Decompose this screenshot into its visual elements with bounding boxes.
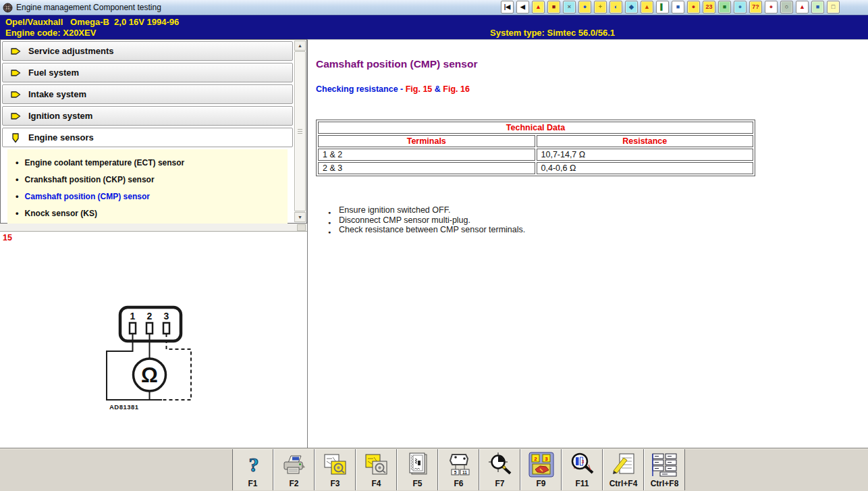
toolbar-f7-button[interactable]: F7 (479, 449, 520, 490)
printer-icon (281, 449, 307, 479)
key-icon-glyph: + (599, 4, 602, 10)
gauge-icon-glyph: ○ (785, 4, 788, 10)
mouse-icon[interactable]: ● (734, 1, 747, 14)
tools-icon-glyph: ◆ (629, 4, 634, 10)
sidebar-section-service-adjustments[interactable]: Service adjustments (2, 41, 293, 61)
figure-panel: 15 1 2 3 Ω AD81381 (0, 232, 307, 448)
instruction-item: Disconnect CMP sensor multi-plug. (327, 216, 525, 226)
crane-icon[interactable]: ▲ (641, 1, 653, 14)
wheel-icon[interactable]: ◐ (609, 1, 622, 14)
pin-1-label: 1 (130, 311, 136, 321)
sidebar-item-camshaft-position-cmp-sensor[interactable]: •Camshaft position (CMP) sensor (16, 188, 288, 205)
app-window: Engine management Component testing |◀◀▲… (0, 0, 868, 491)
table-cell: 1 & 2 (318, 149, 535, 161)
function-key-label: Ctrl+F4 (609, 479, 638, 490)
equipment-icon[interactable]: ■ (718, 1, 731, 14)
toolbar-f11-button[interactable]: 3F11 (562, 449, 603, 490)
toolbar-ctrl-f4-button[interactable]: Ctrl+F4 (603, 449, 644, 490)
machine-icon[interactable]: ■ (672, 1, 684, 14)
nav-first-icon[interactable]: |◀ (501, 1, 514, 14)
toolbar-f6-button[interactable]: 511F6 (438, 449, 479, 490)
fig-15-link[interactable]: Fig. 15 (406, 84, 433, 94)
abs-warning-icon[interactable]: ▲ (796, 1, 809, 14)
toolbar-f5-button[interactable]: F5 (397, 449, 438, 490)
svg-text:5: 5 (454, 470, 456, 475)
vehicle-model: Opel/Vauxhall Omega-B 2,0 16V 1994-96 (5, 17, 179, 27)
cmp-sensor-diagram: 1 2 3 Ω AD81381 (100, 299, 208, 415)
sidebar-scrollbar[interactable]: ▲ ▼ (294, 41, 306, 222)
key-icon[interactable]: + (594, 1, 607, 14)
globe-clock-icon[interactable]: ● (578, 1, 591, 14)
spanner-icon-glyph: × (568, 4, 571, 10)
sidebar-section-intake-system[interactable]: Intake system (2, 84, 293, 104)
scroll-down-button[interactable]: ▼ (294, 212, 306, 222)
phone-icon[interactable]: □ (827, 1, 840, 14)
sidebar-item-engine-coolant-temperature-ect-sensor[interactable]: •Engine coolant temperature (ECT) sensor (16, 154, 288, 171)
sidebar-section-ignition-system[interactable]: Ignition system (2, 106, 293, 126)
section-label: Ignition system (28, 111, 92, 121)
trouble-codes-icon[interactable]: 23 (703, 1, 715, 14)
arrow-right-icon (10, 46, 21, 57)
nav-back-icon[interactable]: ◀ (516, 1, 529, 14)
toolbar-f4-button[interactable]: F4 (356, 449, 397, 490)
scrollbar-thumb[interactable] (294, 51, 306, 211)
gauge-icon[interactable]: ○ (780, 1, 793, 14)
spanner-icon[interactable]: × (563, 1, 576, 14)
table-title: Technical Data (318, 122, 753, 134)
section-label: Fuel system (28, 68, 79, 78)
instruction-item: Check resistance between CMP sensor term… (327, 226, 525, 235)
engine-data-icon[interactable]: ■ (547, 1, 560, 14)
toolbar-f3-button[interactable]: F3 (315, 449, 356, 490)
subtitle-separator: - (398, 84, 406, 94)
subtitle-text: Checking resistance (316, 84, 398, 94)
warning-triangle-icon[interactable]: ▲ (532, 1, 545, 14)
section-label: Service adjustments (28, 46, 113, 56)
table-cell: 10,7-14,7 Ω (537, 149, 754, 161)
car-fault-icon[interactable]: 7? (749, 1, 762, 14)
arrow-right-icon (10, 111, 21, 122)
bullet-icon: • (16, 208, 19, 218)
scroll-up-button[interactable]: ▲ (294, 41, 306, 51)
toolbar-ctrl-f8-button[interactable]: Ctrl+F8 (644, 449, 685, 490)
ohmmeter-symbol: Ω (141, 363, 158, 387)
column-header-terminals: Terminals (318, 135, 535, 147)
toolbar-f1-button[interactable]: ?F1 (232, 449, 273, 490)
system-type: System type: Simtec 56.0/56.1 (490, 28, 615, 38)
table-cell: 2 & 3 (318, 162, 535, 174)
sidebar-section-fuel-system[interactable]: Fuel system (2, 63, 293, 82)
arrow-right-icon (10, 68, 21, 78)
sidebar-item-knock-sensor-ks[interactable]: •Knock sensor (KS) (16, 205, 288, 222)
driver-icon[interactable]: ● (765, 1, 778, 14)
section-label: Intake system (28, 89, 86, 99)
car-icon[interactable]: ■ (811, 1, 824, 14)
sidebar-item-crankshaft-position-ckp-sensor[interactable]: •Crankshaft position (CKP) sensor (16, 171, 288, 188)
equipment-icon-glyph: ■ (723, 4, 726, 10)
warning-triangle-icon-glyph: ▲ (535, 4, 541, 10)
toolbar-f2-button[interactable]: F2 (273, 449, 315, 490)
item-label: Camshaft position (CMP) sensor (25, 192, 150, 201)
sidebar: Service adjustmentsFuel systemIntake sys… (0, 39, 307, 224)
wiring-search-icon: 3 (570, 449, 595, 479)
toolbar-f9-button[interactable]: 23F9 (520, 449, 562, 490)
column-header-resistance: Resistance (537, 135, 754, 147)
section-label: Engine sensors (28, 132, 94, 143)
sidebar-accordion: Service adjustmentsFuel systemIntake sys… (2, 41, 293, 224)
arrow-down-icon (10, 132, 21, 143)
technical-data-table: Technical Data Terminals Resistance 1 & … (316, 120, 755, 176)
sidebar-section-engine-sensors[interactable]: Engine sensors (2, 128, 293, 147)
fig-16-link[interactable]: Fig. 16 (443, 84, 470, 94)
diagnostic-tool-icon[interactable]: ● (687, 1, 700, 14)
scroll-corner (297, 224, 306, 231)
help-icon: ? (243, 449, 263, 479)
figure-caption: AD81381 (109, 403, 139, 411)
diagnostic-tool-icon-glyph: ● (692, 4, 695, 10)
engine-sensors-subpanel: •Engine coolant temperature (ECT) sensor… (7, 149, 288, 224)
subtitle: Checking resistance - Fig. 15 & Fig. 16 (316, 84, 470, 94)
function-key-label: F4 (371, 479, 381, 490)
mouse-icon-glyph: ● (738, 4, 742, 10)
tools-icon[interactable]: ◆ (625, 1, 638, 14)
lift-icon[interactable]: ▌ (656, 1, 669, 14)
menu-list-icon (651, 449, 679, 479)
titlebar: Engine management Component testing |◀◀▲… (0, 0, 868, 16)
sidebar-hscroll[interactable] (0, 224, 307, 232)
